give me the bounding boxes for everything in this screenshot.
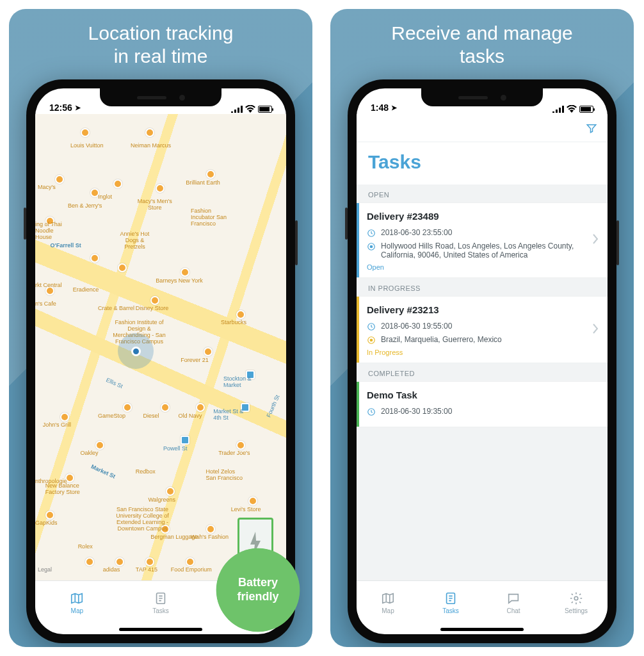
map-transit-label: Market St & 4th St (213, 408, 252, 421)
task-time: 2018-06-30 23:55:00 (381, 228, 452, 237)
map-poi-label: Redbox (136, 468, 156, 475)
chevron-right-icon (592, 233, 599, 247)
map-poi-label: Wah's Fashion (191, 534, 229, 540)
screenshot-right-title: Receive and manage tasks (330, 9, 634, 77)
map-poi-label: n's Cafe (35, 300, 56, 307)
task-card-completed[interactable]: Demo Task 2018-06-30 19:35:00 (357, 381, 608, 427)
phone-mockup-right: 1:48 ➤ Tasks OPEN Delivery #23489 (348, 79, 616, 643)
location-icon (367, 336, 376, 345)
task-time: 2018-06-30 19:35:00 (381, 407, 452, 416)
page-title: Tasks (357, 142, 608, 184)
map-poi-label: Hotel Zelos San Francisco (206, 468, 245, 481)
map-poi-label: Oakley (81, 450, 99, 456)
tab-settings[interactable]: Settings (545, 581, 608, 624)
task-card-open[interactable]: Delivery #23489 2018-06-30 23:55:00 Holl… (357, 202, 608, 278)
wifi-icon (567, 105, 577, 113)
tab-tasks[interactable]: Tasks (419, 581, 482, 624)
task-address: Brazil, Marquelia, Guerrero, Mexico (381, 335, 502, 344)
map-poi-label: Neiman Marcus (131, 142, 171, 149)
map-poi-label: Fashion Incubator San Francisco (191, 208, 236, 227)
task-title: Demo Task (367, 390, 597, 400)
chat-icon (506, 591, 520, 605)
map-poi-label: Annie's Hot Dogs & Pretzels (115, 231, 154, 250)
tasks-icon (154, 591, 168, 605)
map-poi-label: GapKids (35, 520, 58, 526)
tasks-icon (444, 591, 458, 605)
section-header-open: OPEN (357, 184, 608, 202)
map-poi-label: Macy's Men's Store (136, 198, 174, 211)
map-poi-label: Eradience (73, 286, 99, 293)
signal-icon (231, 105, 243, 113)
map-poi-label: Rolex (78, 543, 93, 550)
tab-chat[interactable]: Chat (482, 581, 545, 624)
map-icon (381, 591, 395, 605)
section-header-progress: IN PROGRESS (357, 278, 608, 296)
tab-label: Map (71, 607, 83, 614)
location-icon (367, 242, 376, 251)
svg-point-4 (370, 245, 373, 248)
map-poi-label: Forever 21 (181, 357, 209, 363)
tasks-list[interactable]: OPEN Delivery #23489 2018-06-30 23:55:00… (357, 184, 608, 580)
svg-point-10 (574, 596, 578, 600)
map-poi-label: Levi's Store (231, 506, 261, 512)
screenshot-left: Location tracking in real time 12:56 ➤ (9, 9, 312, 647)
signal-icon (552, 105, 564, 113)
status-stripe (357, 382, 359, 427)
map-icon (70, 591, 84, 605)
map-poi-label: GameStop (98, 413, 125, 419)
map-poi-label: adidas (103, 566, 120, 573)
clock-icon (367, 407, 376, 416)
tab-label: Settings (565, 607, 588, 614)
current-location-dot (118, 333, 154, 369)
task-time: 2018-06-30 19:55:00 (381, 322, 452, 331)
location-services-icon: ➤ (391, 104, 397, 112)
map-poi-label: Diesel (143, 413, 159, 419)
map-poi-label: New Balance Factory Store (45, 482, 84, 495)
svg-point-7 (370, 339, 373, 341)
home-indicator[interactable] (119, 628, 202, 631)
battery-icon (579, 106, 593, 113)
map-poi-label: Old Navy (178, 413, 202, 419)
clock-icon (367, 229, 376, 238)
location-services-icon: ➤ (75, 104, 81, 112)
toolbar (357, 114, 608, 142)
filter-icon[interactable] (586, 122, 597, 134)
task-title: Delivery #23213 (367, 304, 597, 315)
map-poi-label: Barneys New York (156, 277, 203, 284)
map-poi-label: Brilliant Earth (186, 179, 220, 186)
map-poi-label: Inglot (98, 193, 112, 200)
tab-label: Tasks (152, 607, 169, 614)
home-indicator[interactable] (440, 628, 524, 631)
tab-bar: Map Tasks Chat Settings (357, 580, 608, 624)
task-title: Delivery #23489 (367, 211, 597, 222)
map-view[interactable]: Louis Vuitton Neiman Marcus Brilliant Ea… (35, 114, 286, 580)
wifi-icon (245, 105, 255, 113)
task-status: In Progress (367, 348, 597, 356)
section-header-completed: COMPLETED (357, 363, 608, 381)
map-legal-link[interactable]: Legal (38, 566, 52, 573)
tab-map[interactable]: Map (357, 581, 419, 624)
status-time: 12:56 (49, 102, 72, 113)
screenshot-right: Receive and manage tasks 1:48 ➤ Tasks (330, 9, 634, 647)
tab-label: Tasks (442, 607, 459, 614)
map-poi-label: nthropologie (35, 478, 67, 484)
tab-label: Map (382, 607, 394, 614)
map-poi-label: Macy's (38, 184, 56, 190)
status-time: 1:48 (371, 102, 389, 113)
chevron-right-icon (592, 323, 599, 337)
tab-tasks[interactable]: Tasks (119, 581, 203, 624)
battery-icon (258, 106, 272, 113)
map-poi-label: John's Grill (43, 422, 71, 428)
map-street-label: Ellis St (105, 377, 124, 390)
map-poi-label: Trader Joe's (218, 450, 250, 456)
task-card-progress[interactable]: Delivery #23213 2018-06-30 19:55:00 Braz… (357, 296, 608, 363)
tab-map[interactable]: Map (35, 581, 119, 624)
status-stripe (357, 203, 359, 277)
clock-icon (367, 322, 376, 331)
task-address: Hollywood Hills Road, Los Angeles, Los A… (381, 242, 597, 259)
screenshot-left-title: Location tracking in real time (9, 9, 312, 77)
map-street-label: Fourth St (265, 394, 280, 418)
gear-icon (569, 591, 583, 605)
map-street-label: O'Farrell St (51, 242, 81, 249)
tab-label: Chat (506, 607, 520, 614)
